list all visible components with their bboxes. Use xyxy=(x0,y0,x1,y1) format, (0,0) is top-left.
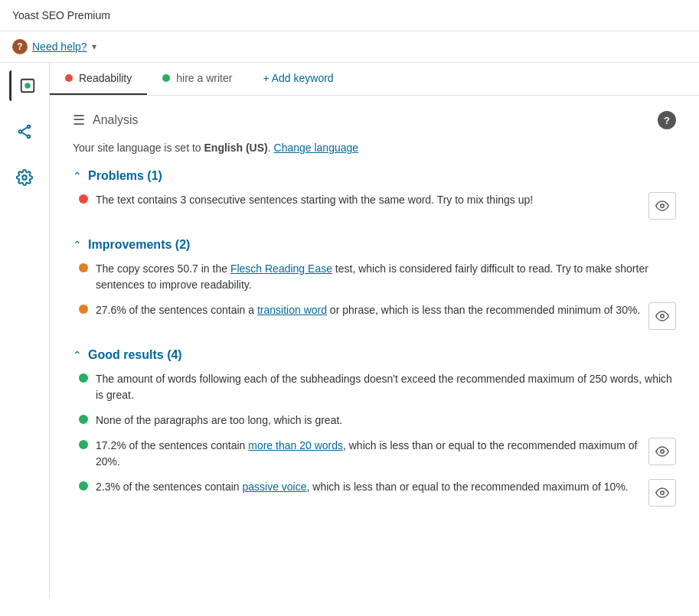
tab-readability-label: Readability xyxy=(79,72,132,84)
svg-line-6 xyxy=(21,132,27,136)
sidebar-item-share[interactable] xyxy=(9,116,40,147)
svg-point-7 xyxy=(22,175,27,180)
svg-point-1 xyxy=(24,83,30,88)
eye-icon xyxy=(655,445,669,458)
problems-header[interactable]: ⌃ Problems (1) xyxy=(73,169,676,183)
good-item-2: None of the paragraphs are too long, whi… xyxy=(73,412,676,429)
section-problems: ⌃ Problems (1) The text contains 3 conse… xyxy=(73,169,676,220)
improvement-item-1: The copy scores 50.7 in the Flesch Readi… xyxy=(73,261,676,293)
good-results-title: Good results (4) xyxy=(88,348,182,362)
good-dot-3 xyxy=(79,440,88,449)
problem-dot-1 xyxy=(79,194,88,204)
problem-text-1: The text contains 3 consecutive sentence… xyxy=(96,192,641,208)
good-item-3: 17.2% of the sentences contain more than… xyxy=(73,438,676,470)
section-good-results: ⌃ Good results (4) The amount of words f… xyxy=(73,348,676,507)
svg-point-9 xyxy=(661,315,665,318)
tab-hire-writer[interactable]: hire a writer xyxy=(147,63,247,95)
sidebar xyxy=(0,63,50,598)
need-help-link[interactable]: Need help? xyxy=(32,41,87,53)
hire-writer-dot xyxy=(162,74,170,82)
sidebar-item-editor[interactable] xyxy=(9,70,40,101)
analysis-header: ☰ Analysis ? xyxy=(73,111,676,129)
main-layout: Readability hire a writer + Add keyword … xyxy=(0,63,699,598)
problem-item-1: The text contains 3 consecutive sentence… xyxy=(73,192,676,220)
share-icon xyxy=(16,123,33,140)
improvements-title: Improvements (2) xyxy=(88,238,190,252)
section-improvements: ⌃ Improvements (2) The copy scores 50.7 … xyxy=(73,238,676,330)
help-icon[interactable]: ? xyxy=(12,39,28,54)
app-title: Yoast SEO Premium xyxy=(12,9,110,21)
improvement-dot-1 xyxy=(79,263,88,272)
good-text-3: 17.2% of the sentences contain more than… xyxy=(96,438,641,470)
transition-word-link[interactable]: transition word xyxy=(257,304,327,316)
eye-icon xyxy=(655,309,669,323)
eye-button-improvement-2[interactable] xyxy=(648,302,676,330)
svg-point-3 xyxy=(19,130,22,133)
svg-point-8 xyxy=(661,204,665,208)
improvement-text-1: The copy scores 50.7 in the Flesch Readi… xyxy=(96,261,676,293)
add-keyword-label: + Add keyword xyxy=(263,72,333,84)
language-bold: English (US) xyxy=(204,142,268,154)
readability-dot xyxy=(65,74,73,82)
svg-point-2 xyxy=(28,125,31,129)
improvement-text-2: 27.6% of the sentences contain a transit… xyxy=(96,302,641,318)
good-item-1: The amount of words following each of th… xyxy=(73,371,676,403)
help-bar: ? Need help? ▾ xyxy=(0,31,699,63)
improvement-dot-2 xyxy=(79,305,88,314)
good-item-4: 2.3% of the sentences contain passive vo… xyxy=(73,479,676,507)
main-content: Readability hire a writer + Add keyword … xyxy=(50,63,699,598)
problems-title: Problems (1) xyxy=(88,169,162,183)
tab-readability[interactable]: Readability xyxy=(50,63,147,95)
editor-icon xyxy=(19,77,36,94)
help-chevron-icon: ▾ xyxy=(92,41,96,52)
svg-point-10 xyxy=(661,450,665,454)
language-notice-text: Your site language is set to xyxy=(73,142,204,154)
svg-point-4 xyxy=(28,135,31,139)
good-results-header[interactable]: ⌃ Good results (4) xyxy=(73,348,676,362)
eye-button-problem-1[interactable] xyxy=(648,192,676,220)
tabs-bar: Readability hire a writer + Add keyword xyxy=(50,63,699,96)
analysis-title: Analysis xyxy=(93,113,139,127)
improvements-chevron-icon: ⌃ xyxy=(73,239,82,251)
top-bar: Yoast SEO Premium xyxy=(0,0,699,31)
improvement-item-2: 27.6% of the sentences contain a transit… xyxy=(73,302,676,330)
change-language-link[interactable]: Change language xyxy=(274,142,359,154)
good-text-1: The amount of words following each of th… xyxy=(96,371,676,403)
eye-icon xyxy=(655,486,669,500)
good-dot-2 xyxy=(79,415,88,424)
problems-chevron-icon: ⌃ xyxy=(73,170,82,182)
eye-icon xyxy=(655,199,669,213)
add-keyword-tab[interactable]: + Add keyword xyxy=(247,63,348,95)
eye-button-good-3[interactable] xyxy=(648,438,676,465)
good-dot-1 xyxy=(79,373,88,383)
gear-icon xyxy=(16,169,33,186)
good-text-4: 2.3% of the sentences contain passive vo… xyxy=(96,479,641,495)
sidebar-item-settings[interactable] xyxy=(9,162,40,193)
more-than-20-words-link[interactable]: more than 20 words xyxy=(248,439,343,451)
passive-voice-link[interactable]: passive voice xyxy=(242,481,306,493)
language-notice: Your site language is set to English (US… xyxy=(73,142,676,154)
analysis-panel: ☰ Analysis ? Your site language is set t… xyxy=(50,96,699,540)
improvements-header[interactable]: ⌃ Improvements (2) xyxy=(73,238,676,252)
svg-line-5 xyxy=(21,128,27,132)
analysis-help-button[interactable]: ? xyxy=(658,111,676,129)
good-results-chevron-icon: ⌃ xyxy=(73,349,82,361)
good-text-2: None of the paragraphs are too long, whi… xyxy=(96,412,676,429)
list-icon: ☰ xyxy=(73,112,85,129)
svg-point-11 xyxy=(661,491,665,495)
eye-button-good-4[interactable] xyxy=(648,479,676,507)
flesch-link[interactable]: Flesch Reading Ease xyxy=(230,262,332,275)
analysis-title-area: ☰ Analysis xyxy=(73,112,139,129)
good-dot-4 xyxy=(79,481,88,491)
tab-hire-writer-label: hire a writer xyxy=(176,72,232,84)
